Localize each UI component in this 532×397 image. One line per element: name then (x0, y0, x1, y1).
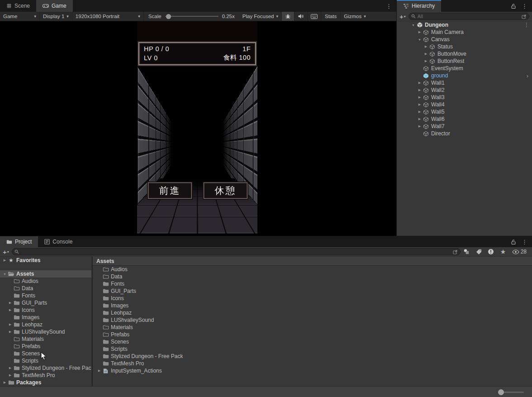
expand-arrow-icon[interactable] (7, 323, 13, 326)
hierarchy-item[interactable]: EventSystem ⋮ › (397, 65, 532, 72)
hierarchy-item[interactable]: Director ⋮ › (397, 130, 532, 137)
tab-game[interactable]: Game (36, 0, 73, 12)
expand-arrow-icon[interactable] (2, 381, 8, 384)
hierarchy-item[interactable]: Dungeon ⋮ › (397, 21, 532, 29)
expand-arrow-icon[interactable] (7, 330, 13, 334)
expand-arrow-icon[interactable] (96, 369, 102, 373)
hierarchy-search-input[interactable]: All (408, 13, 529, 20)
hierarchy-item[interactable]: Wall7 ⋮ › (397, 123, 532, 130)
hierarchy-item[interactable]: Main Camera ⋮ › (397, 29, 532, 36)
asset-item[interactable]: Materials (93, 324, 532, 331)
expand-arrow-icon[interactable] (7, 366, 13, 370)
expand-arrow-icon[interactable] (7, 308, 13, 312)
asset-item[interactable]: Data (93, 273, 532, 280)
folder-tree-item[interactable]: ★ Scenes (0, 350, 91, 357)
expand-arrow-icon[interactable] (423, 52, 429, 56)
asset-item[interactable]: Scripts (93, 345, 532, 353)
asset-item[interactable]: TextMesh Pro (93, 360, 532, 367)
hierarchy-item[interactable]: Wall6 ⋮ › (397, 115, 532, 123)
hierarchy-item[interactable]: Wall1 ⋮ › (397, 79, 532, 86)
expand-arrow-icon[interactable] (417, 30, 423, 34)
asset-item[interactable]: Prefabs (93, 331, 532, 338)
bug-icon[interactable] (282, 12, 294, 21)
asset-item[interactable]: Images (93, 302, 532, 309)
expand-arrow-icon[interactable] (2, 258, 8, 262)
folder-tree-item[interactable]: ★ Materials (0, 335, 91, 343)
scale-slider[interactable] (165, 16, 218, 17)
asset-item[interactable]: Scenes (93, 338, 532, 345)
hierarchy-item[interactable]: Wall2 ⋮ › (397, 86, 532, 94)
game-target-dropdown[interactable]: Game (0, 12, 40, 21)
hierarchy-item[interactable]: Canvas ⋮ › (397, 36, 532, 43)
expand-arrow-icon[interactable] (417, 96, 423, 99)
expand-arrow-icon[interactable] (417, 124, 423, 128)
resolution-dropdown[interactable]: 1920x1080 Portrait (72, 12, 144, 21)
asset-item[interactable]: Stylized Dungeon - Free Pack (93, 353, 532, 360)
hidden-packages-icon[interactable] (485, 247, 497, 256)
folder-tree-item[interactable]: ★ Stylized Dungeon - Free Pack (0, 364, 91, 372)
project-menu-icon[interactable]: ⋮ (522, 239, 527, 245)
asset-item[interactable]: Fonts (93, 280, 532, 287)
hierarchy-item[interactable]: Wall5 ⋮ › (397, 108, 532, 115)
expand-arrow-icon[interactable] (417, 110, 423, 114)
folder-tree-item[interactable]: ★ Packages (0, 379, 91, 386)
rest-button[interactable]: 休憩 (204, 182, 247, 199)
tab-console[interactable]: Console (38, 236, 79, 247)
unlock-icon[interactable] (511, 3, 516, 9)
favorites-star-icon[interactable]: ★ (497, 247, 509, 256)
expand-arrow-icon[interactable] (7, 373, 13, 377)
play-mode-dropdown[interactable]: Play Focused (239, 12, 282, 21)
thumbnail-zoom-slider[interactable] (499, 392, 524, 393)
expand-arrow-icon[interactable] (7, 301, 13, 305)
expand-arrow-icon[interactable] (423, 45, 429, 48)
hierarchy-item[interactable]: Wall4 ⋮ › (397, 101, 532, 108)
create-dropdown-icon[interactable]: ▾ (7, 250, 9, 254)
hierarchy-item[interactable]: ground ⋮ › (397, 72, 532, 79)
folder-tree-item[interactable]: ★ Fonts (0, 292, 91, 299)
project-search-input[interactable] (12, 248, 461, 255)
tab-hierarchy[interactable]: Hierarchy (397, 0, 441, 12)
folder-tree-item[interactable]: ★ Data (0, 285, 91, 292)
expand-arrow-icon[interactable] (423, 59, 429, 63)
unlock-icon[interactable] (511, 239, 516, 245)
display-dropdown[interactable]: Display 1 (40, 12, 72, 21)
advance-button[interactable]: 前進 (148, 182, 192, 199)
create-plus-icon[interactable]: + (3, 249, 7, 255)
asset-item[interactable]: GUI_Parts (93, 287, 532, 295)
open-search-window-icon[interactable] (522, 14, 527, 19)
asset-item[interactable]: Icons (93, 295, 532, 302)
game-panel-menu-icon[interactable]: ⋮ (386, 3, 392, 9)
folder-tree-item[interactable]: ★ Assets (0, 270, 91, 277)
asset-item[interactable]: InputSystem_Actions (93, 367, 532, 374)
tab-project[interactable]: Project (0, 236, 38, 247)
folder-tree-item[interactable]: ★ TextMesh Pro (0, 372, 91, 379)
filter-by-label-icon[interactable] (473, 247, 485, 256)
folder-tree-item[interactable]: ★ LUShvalleySound (0, 328, 91, 335)
hierarchy-item[interactable]: ButtonMove ⋮ › (397, 50, 532, 57)
hierarchy-item[interactable]: ButtonRest ⋮ › (397, 57, 532, 65)
scale-slider-thumb[interactable] (166, 14, 171, 19)
keyboard-grid-icon[interactable] (308, 12, 321, 21)
expand-arrow-icon[interactable] (417, 88, 423, 92)
expand-arrow-icon[interactable] (417, 117, 423, 121)
stats-button[interactable]: Stats (321, 12, 341, 21)
folder-tree-item[interactable]: ★ Audios (0, 277, 91, 285)
folder-tree-item[interactable]: ★ GUI_Parts (0, 299, 91, 306)
create-plus-icon[interactable]: + (399, 13, 404, 20)
asset-item[interactable]: Audios (93, 266, 532, 273)
zoom-slider-thumb[interactable] (498, 389, 504, 395)
gizmos-dropdown[interactable]: Gizmos (341, 12, 369, 21)
expand-arrow-icon[interactable] (2, 273, 8, 276)
visibility-eye-count[interactable]: 28 (509, 249, 529, 255)
folder-tree-item[interactable]: ★ Scripts (0, 357, 91, 364)
create-dropdown-icon[interactable]: ▾ (404, 14, 406, 19)
folder-tree-item[interactable]: ★ Leohpaz (0, 321, 91, 328)
folder-tree-item[interactable]: ★ Prefabs (0, 343, 91, 350)
hierarchy-menu-icon[interactable]: ⋮ (522, 3, 527, 9)
asset-item[interactable]: Leohpaz (93, 309, 532, 316)
open-search-window-icon[interactable] (453, 249, 458, 254)
asset-item[interactable]: LUShvalleySound (93, 316, 532, 324)
mute-audio-icon[interactable] (294, 12, 308, 21)
expand-arrow-icon[interactable] (410, 24, 416, 27)
expand-arrow-icon[interactable] (417, 81, 423, 85)
